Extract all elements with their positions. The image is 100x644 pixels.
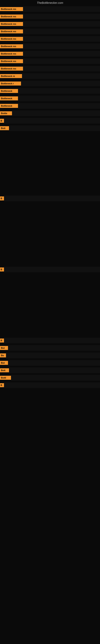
bar-row-7: Bottleneck res [0,50,100,57]
bar-label-21: Bot [0,346,8,350]
bar-row-10: Bottleneck re [0,73,100,80]
bars-group-2: Bot Bo Bot Bott Bott [0,344,100,388]
bar-track-1 [23,6,100,12]
bar-label-22: Bo [0,354,6,358]
bar-track-5 [23,36,100,42]
bar-row-5: Bottleneck res [0,36,100,42]
bar-row-14: Bottleneck [0,102,100,109]
bar-track-2 [23,14,100,19]
bar-row-11: Bottleneck r [0,80,100,87]
bar-track-17 [9,126,100,131]
bar-label-6: Bottleneck res [0,44,23,48]
bar-label-8: Bottleneck res [0,59,23,63]
bar-track-3 [23,21,100,27]
bar-label-15: Bottle [0,111,12,115]
bar-row-21: Bot [0,344,100,352]
dark-section-3 [0,274,100,337]
bar-row-15: Bottle [0,110,100,117]
bar-track-23 [8,360,100,366]
bar-label-3: Bottleneck res [0,22,23,26]
bar-row-16: B [0,117,100,124]
site-title: TheBottlenecker.com [0,0,100,5]
bar-track-15 [12,110,100,116]
dark-section-final [0,389,100,570]
bar-label-19: B [0,268,4,272]
bar-row-24: Bott [0,367,100,374]
bar-row-3: Bottleneck res [0,20,100,27]
bar-label-26: B [0,383,4,387]
bar-row-26: B [0,382,100,388]
bar-row-25: Bottl [0,374,100,381]
bar-label-18: B [0,196,4,200]
bar-label-10: Bottleneck re [0,74,22,78]
bar-track-7 [23,51,100,56]
bar-track-10 [22,73,100,79]
bar-track-25 [11,375,100,380]
bar-track-22 [6,352,100,358]
bar-track-13 [18,96,100,101]
bar-track-24 [9,368,100,373]
bar-row-23: Bot [0,360,100,366]
bar-label-13: Bottleneck [0,96,18,100]
bar-row-18: B [0,195,100,202]
bar-label-4: Bottleneck res [0,30,23,34]
bar-track-6 [23,44,100,49]
bar-row-8: Bottleneck res [0,58,100,64]
dark-section-1 [0,132,100,195]
dark-section-2 [0,202,100,266]
bar-track-26 [4,382,100,388]
bar-label-7: Bottleneck res [0,52,23,56]
bar-label-24: Bott [0,368,9,372]
bar-label-2: Bottleneck res [0,14,23,18]
bar-label-17: Bott [0,126,9,130]
bar-row-12: Bottleneck [0,88,100,94]
bar-track-16 [4,118,100,124]
bar-label-23: Bot [0,361,8,365]
bar-track-18 [4,196,100,201]
bar-row-22: Bo [0,352,100,359]
bar-label-12: Bottleneck [0,89,18,93]
bar-track-12 [18,88,100,94]
bar-row-6: Bottleneck res [0,43,100,50]
bar-row-4: Bottleneck res [0,28,100,35]
bar-row-2: Bottleneck res [0,13,100,20]
bar-track-4 [23,28,100,34]
bar-track-14 [18,103,100,109]
bar-label-25: Bottl [0,376,11,380]
bar-label-11: Bottleneck r [0,82,21,86]
bar-track-19 [4,267,100,272]
bar-track-20 [4,338,100,343]
bar-row-9: Bottleneck res [0,65,100,72]
bar-label-16: B [0,119,4,123]
bar-label-5: Bottleneck res [0,37,23,41]
bar-label-14: Bottleneck [0,104,18,108]
bar-row-13: Bottleneck [0,95,100,102]
bar-track-9 [23,66,100,72]
bar-label-1: Bottleneck res [0,7,23,11]
bar-row-20: R [0,337,100,344]
bar-row-19: B [0,266,100,273]
bar-row-17: Bott [0,125,100,132]
bar-track-21 [8,345,100,351]
bar-label-9: Bottleneck res [0,66,23,71]
bar-label-20: R [0,338,4,342]
bar-track-8 [23,58,100,64]
bars-group-1: Bottleneck res Bottleneck res Bottleneck… [0,5,100,132]
bar-row-1: Bottleneck res [0,6,100,12]
bar-track-11 [21,81,100,86]
